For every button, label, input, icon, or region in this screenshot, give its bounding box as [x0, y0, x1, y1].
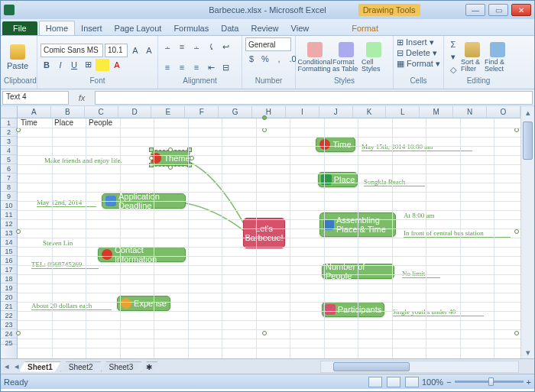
zoom-out-button[interactable]: − — [446, 377, 451, 387]
align-top-icon[interactable]: ⫠ — [161, 40, 173, 53]
align-left-icon[interactable]: ≡ — [161, 61, 173, 73]
cell-c1[interactable]: People — [87, 118, 114, 128]
fx-icon[interactable]: fx — [70, 93, 93, 102]
node-center[interactable]: Let's Barbecue! — [243, 218, 285, 248]
hscroll-thumb[interactable] — [333, 362, 410, 371]
row-22[interactable]: 22 — [1, 311, 17, 320]
cell-area[interactable]: Time Place People Let's Barbecue! Theme — [18, 118, 520, 358]
worksheet-grid[interactable]: ABCDEFGHIJKLMNO 123456789101112131415161… — [1, 106, 534, 358]
indent-icon[interactable]: ⇤ — [205, 61, 217, 73]
border-button[interactable]: ⊞ — [82, 59, 94, 71]
conditional-formatting-button[interactable]: Conditional Formatting — [299, 39, 331, 76]
merge-icon[interactable]: ⊟ — [219, 61, 232, 73]
row-5[interactable]: 5 — [1, 155, 17, 164]
row-15[interactable]: 15 — [1, 247, 17, 256]
page-break-view-button[interactable] — [405, 377, 419, 387]
col-L[interactable]: L — [386, 106, 420, 118]
row-19[interactable]: 19 — [1, 283, 17, 293]
col-F[interactable]: F — [185, 106, 219, 118]
formula-bar[interactable] — [95, 91, 533, 105]
normal-view-button[interactable] — [368, 377, 382, 387]
column-headers[interactable]: ABCDEFGHIJKLMNO — [18, 106, 520, 118]
orientation-icon[interactable]: ⤹ — [205, 40, 217, 53]
currency-icon[interactable]: $ — [245, 53, 258, 65]
name-box[interactable]: Text 4 — [2, 91, 69, 105]
cell-styles-button[interactable]: Cell Styles — [362, 39, 386, 76]
scroll-thumb[interactable] — [523, 121, 533, 160]
row-2[interactable]: 2 — [1, 128, 17, 137]
col-K[interactable]: K — [353, 106, 387, 118]
paste-button[interactable]: Paste — [4, 39, 31, 76]
col-I[interactable]: I — [286, 106, 319, 118]
scroll-down-icon[interactable]: ▾ — [521, 346, 534, 358]
row-headers[interactable]: 1234567891011121314151617181920212223242… — [1, 118, 18, 358]
zoom-slider[interactable] — [455, 381, 524, 383]
underline-button[interactable]: U — [68, 59, 80, 71]
row-10[interactable]: 10 — [1, 201, 17, 210]
tab-page-layout[interactable]: Page Layout — [109, 21, 168, 35]
fill-icon[interactable]: ▾ — [447, 51, 459, 63]
sort-filter-button[interactable]: Sort & Filter — [461, 39, 483, 76]
col-N[interactable]: N — [453, 106, 487, 118]
row-25[interactable]: 25 — [1, 339, 17, 345]
col-J[interactable]: J — [319, 106, 353, 118]
row-4[interactable]: 4 — [1, 146, 17, 155]
sheet-tab-2[interactable]: Sheet2 — [60, 361, 102, 372]
percent-icon[interactable]: % — [259, 53, 271, 65]
number-format-combo[interactable]: General — [245, 37, 291, 51]
tab-insert[interactable]: Insert — [75, 21, 109, 35]
tab-file[interactable]: File — [2, 21, 37, 35]
new-sheet-button[interactable]: ✱ — [141, 361, 157, 372]
zoom-in-button[interactable]: + — [527, 377, 531, 387]
align-right-icon[interactable]: ≡ — [190, 61, 203, 73]
tab-formulas[interactable]: Formulas — [167, 21, 215, 35]
row-9[interactable]: 9 — [1, 192, 17, 201]
tab-view[interactable]: View — [285, 21, 316, 35]
col-H[interactable]: H — [252, 106, 286, 118]
font-name-combo[interactable]: Comic Sans MS — [41, 44, 103, 57]
cell-b1[interactable]: Place — [53, 118, 75, 128]
row-24[interactable]: 24 — [1, 329, 17, 339]
italic-button[interactable]: I — [54, 59, 66, 71]
node-expense[interactable]: Expense — [117, 296, 170, 311]
row-11[interactable]: 11 — [1, 210, 17, 219]
fill-color-button[interactable] — [96, 59, 109, 71]
autosum-icon[interactable]: Σ — [447, 38, 459, 50]
row-14[interactable]: 14 — [1, 238, 17, 247]
col-O[interactable]: O — [487, 106, 520, 118]
page-layout-view-button[interactable] — [387, 377, 400, 387]
row-8[interactable]: 8 — [1, 183, 17, 192]
grow-font-icon[interactable]: A — [129, 44, 141, 57]
tab-home[interactable]: Home — [39, 21, 75, 35]
comma-icon[interactable]: , — [273, 53, 285, 65]
insert-cells-button[interactable]: ⊞ Insert ▾ — [397, 37, 434, 47]
row-21[interactable]: 21 — [1, 302, 17, 311]
col-G[interactable]: G — [219, 106, 252, 118]
sheet-tab-1[interactable]: Sheet1 — [19, 361, 61, 372]
find-select-button[interactable]: Find & Select — [485, 39, 510, 76]
row-20[interactable]: 20 — [1, 293, 17, 302]
col-D[interactable]: D — [118, 106, 152, 118]
row-12[interactable]: 12 — [1, 219, 17, 228]
col-A[interactable]: A — [18, 106, 51, 118]
node-participants[interactable]: Participants — [322, 302, 384, 317]
node-time[interactable]: Time — [316, 137, 355, 152]
select-all-corner[interactable] — [1, 106, 18, 118]
row-17[interactable]: 17 — [1, 265, 17, 274]
font-size-combo[interactable]: 10.1 — [105, 44, 128, 57]
cell-a1[interactable]: Time — [19, 118, 39, 128]
clear-icon[interactable]: ◇ — [447, 64, 459, 76]
font-color-button[interactable]: A — [111, 59, 123, 71]
col-E[interactable]: E — [151, 106, 185, 118]
wrap-text-icon[interactable]: ↩ — [219, 40, 232, 53]
minimize-button[interactable]: — — [465, 4, 485, 16]
align-center-icon[interactable]: ≡ — [176, 61, 188, 73]
node-theme[interactable]: Theme — [151, 151, 190, 166]
format-cells-button[interactable]: ▦ Format ▾ — [397, 59, 440, 69]
row-13[interactable]: 13 — [1, 228, 17, 238]
row-3[interactable]: 3 — [1, 137, 17, 146]
tab-format[interactable]: Format — [345, 21, 384, 35]
delete-cells-button[interactable]: ⊟ Delete ▾ — [397, 48, 437, 58]
shrink-font-icon[interactable]: A — [143, 44, 155, 57]
col-M[interactable]: M — [420, 106, 453, 118]
